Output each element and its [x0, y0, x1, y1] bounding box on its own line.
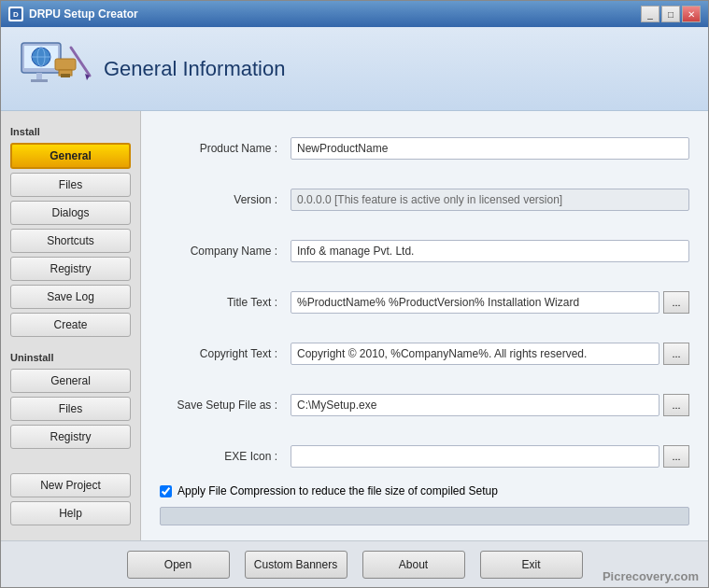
save-setup-label: Save Setup File as : [160, 399, 281, 412]
minimize-button[interactable]: _ [641, 6, 659, 22]
version-label: Version : [160, 193, 281, 206]
form-grid: Product Name : Version : Company Name : … [160, 126, 689, 479]
new-project-button[interactable]: New Project [10, 473, 131, 497]
open-button[interactable]: Open [127, 551, 230, 579]
svg-rect-5 [31, 79, 48, 82]
save-setup-row: ... [291, 394, 689, 416]
company-name-input[interactable] [291, 240, 689, 262]
header: General Information [1, 27, 708, 111]
title-text-label: Title Text : [160, 296, 281, 309]
save-setup-browse-button[interactable]: ... [663, 394, 689, 416]
sidebar-item-files-uninstall[interactable]: Files [10, 397, 131, 421]
sidebar-item-files-install[interactable]: Files [10, 173, 131, 197]
copyright-text-label: Copyright Text : [160, 347, 281, 360]
sidebar-bottom: New Project Help [10, 473, 131, 529]
version-input[interactable] [291, 189, 689, 211]
sidebar-item-shortcuts[interactable]: Shortcuts [10, 229, 131, 253]
app-icon: D [8, 7, 23, 21]
svg-rect-4 [36, 73, 42, 80]
help-button[interactable]: Help [10, 501, 131, 525]
watermark: Picrecovery.com [603, 569, 699, 583]
compression-label: Apply File Compression to reduce the fil… [177, 484, 498, 497]
restore-button[interactable]: □ [661, 6, 680, 22]
title-text-row: ... [291, 291, 689, 314]
company-name-row [291, 240, 689, 262]
copyright-text-browse-button[interactable]: ... [663, 343, 689, 365]
content-area: Product Name : Version : Company Name : … [141, 111, 708, 540]
window-title: DRPU Setup Creator [29, 7, 641, 21]
close-button[interactable]: ✕ [682, 6, 701, 22]
product-name-input[interactable] [291, 137, 689, 160]
company-name-label: Company Name : [160, 245, 281, 258]
sidebar-item-registry-install[interactable]: Registry [10, 257, 131, 281]
sidebar-item-save-log[interactable]: Save Log [10, 285, 131, 309]
uninstall-section-label: Uninstall [10, 352, 131, 363]
sidebar-item-general-uninstall[interactable]: General [10, 369, 131, 393]
about-button[interactable]: About [362, 551, 465, 579]
progress-bar-container [160, 507, 689, 525]
svg-rect-9 [55, 59, 76, 70]
compression-checkbox-row: Apply File Compression to reduce the fil… [160, 484, 689, 497]
compression-checkbox[interactable] [160, 485, 172, 497]
install-section-label: Install [10, 126, 131, 137]
svg-text:D: D [13, 10, 19, 19]
exe-icon-label: EXE Icon : [160, 450, 281, 463]
sidebar-item-general-install[interactable]: General [10, 143, 131, 169]
main-window: D DRPU Setup Creator _ □ ✕ [0, 0, 709, 588]
copyright-text-row: ... [291, 343, 689, 365]
sidebar-item-dialogs[interactable]: Dialogs [10, 201, 131, 225]
version-row [291, 189, 689, 211]
title-text-input[interactable] [291, 291, 659, 314]
header-icon [20, 36, 94, 102]
window-controls: _ □ ✕ [641, 6, 701, 22]
save-setup-input[interactable] [291, 394, 659, 416]
custom-banners-button[interactable]: Custom Banners [245, 551, 347, 579]
copyright-text-input[interactable] [291, 343, 659, 365]
product-name-label: Product Name : [160, 142, 281, 155]
svg-rect-11 [61, 74, 70, 77]
sidebar: Install General Files Dialogs Shortcuts … [1, 111, 141, 540]
main-layout: Install General Files Dialogs Shortcuts … [1, 111, 708, 540]
exe-icon-row: ... [291, 445, 689, 468]
title-text-browse-button[interactable]: ... [663, 291, 689, 314]
exit-button[interactable]: Exit [480, 551, 583, 579]
product-name-row [291, 137, 689, 160]
sidebar-item-registry-uninstall[interactable]: Registry [10, 425, 131, 449]
sidebar-item-create[interactable]: Create [10, 313, 131, 337]
header-title: General Information [104, 57, 285, 81]
titlebar: D DRPU Setup Creator _ □ ✕ [1, 1, 708, 27]
exe-icon-input[interactable] [291, 445, 659, 468]
exe-icon-browse-button[interactable]: ... [663, 445, 689, 468]
